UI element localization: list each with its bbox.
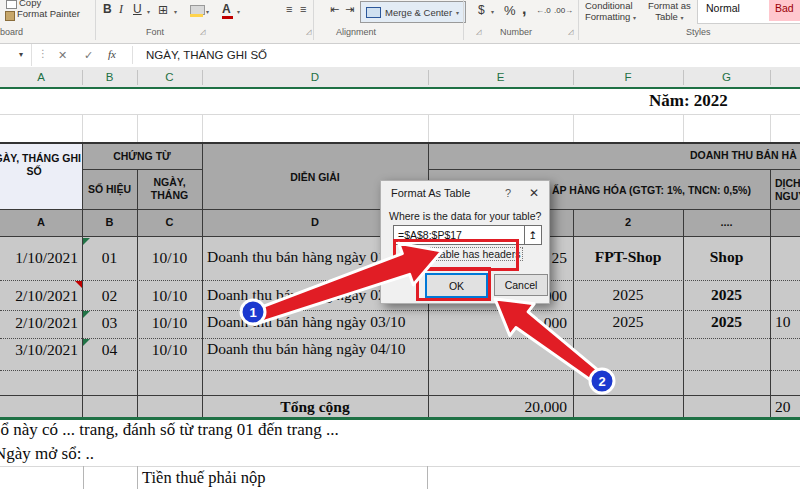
range-select-icon[interactable]: ↥	[524, 225, 542, 245]
table-col-label-g[interactable]: ....	[683, 216, 770, 228]
cell-b-row4[interactable]: 04	[82, 341, 137, 359]
cell-c-row3[interactable]: 10/10	[137, 314, 202, 332]
cell-g-row1[interactable]: Shop	[683, 248, 770, 266]
formula-bar-more-icon[interactable]: ⋮	[38, 48, 48, 59]
font-color-icon[interactable]: A	[222, 2, 231, 16]
cell-d-row4[interactable]: Doanh thu bán hàng ngày 04/10	[207, 340, 405, 358]
cell-h-row3[interactable]: 10	[775, 313, 791, 331]
merge-center-button[interactable]: Merge & Center ▾	[360, 1, 466, 23]
close-icon[interactable]: ✕	[529, 186, 539, 200]
column-header-B[interactable]: B	[82, 71, 137, 83]
borders-dropdown-icon[interactable]: ▾	[174, 8, 177, 15]
alignment-dialog-launcher[interactable]: ◿	[476, 28, 481, 36]
cell-b-row2[interactable]: 02	[82, 287, 137, 305]
column-divider[interactable]	[770, 70, 771, 85]
number-dialog-launcher[interactable]: ◿	[568, 28, 573, 36]
column-header-F[interactable]: F	[573, 71, 683, 83]
table-col-label-a[interactable]: A	[0, 216, 82, 228]
cancel-entry-icon[interactable]: ✕	[58, 49, 67, 62]
cell-b-row1[interactable]: 01	[82, 249, 137, 267]
column-divider[interactable]	[683, 70, 684, 85]
font-color-dropdown-icon[interactable]: ▾	[237, 8, 240, 15]
confirm-entry-icon[interactable]: ✓	[84, 49, 93, 62]
italic-button[interactable]: I	[119, 2, 123, 17]
table-col-label-f[interactable]: 2	[573, 216, 683, 228]
format-painter-button[interactable]: Format Painter	[17, 8, 80, 19]
insert-function-icon[interactable]: fx	[108, 48, 116, 60]
cell-a-row2[interactable]: 2/10/2021	[0, 287, 78, 305]
cell-b-row3[interactable]: 03	[82, 314, 137, 332]
increase-indent-icon[interactable]: ⇥	[345, 3, 354, 16]
cell-e-row3[interactable]: 0,000	[430, 314, 567, 332]
footer-line3-cell[interactable]: Tiền thuế phải nộp	[142, 468, 266, 488]
borders-icon[interactable]: ⊞	[158, 3, 168, 17]
help-icon[interactable]: ?	[505, 187, 511, 199]
conditional-formatting-line1: Conditional	[585, 0, 636, 11]
column-header-D[interactable]: D	[202, 71, 428, 83]
conditional-formatting-button[interactable]: Conditional Formatting ▾	[585, 0, 636, 22]
header-cell-chung-tu[interactable]: CHỨNG TỪ	[82, 150, 202, 163]
cell-c-row4[interactable]: 10/10	[137, 341, 202, 359]
header-cell-dich-vu[interactable]: DỊCH NGUY	[775, 177, 800, 203]
total-e-cell[interactable]: 20,000	[430, 398, 567, 416]
currency-dropdown-icon[interactable]: ▾	[491, 8, 494, 15]
cell-a-row3[interactable]: 2/10/2021	[0, 314, 78, 332]
name-box-dropdown-icon[interactable]: ▾	[19, 50, 23, 59]
total-h-cell[interactable]: 20	[775, 398, 791, 416]
column-header-E[interactable]: E	[428, 71, 573, 83]
column-header-C[interactable]: C	[137, 71, 202, 83]
comma-style-icon[interactable]: ,	[522, 0, 526, 18]
cell-e-row4[interactable]: 00	[430, 341, 567, 359]
table-col-label-c[interactable]: C	[137, 216, 202, 228]
underline-button[interactable]: U	[133, 2, 142, 16]
column-divider[interactable]	[137, 70, 138, 85]
clipboard-dialog-launcher[interactable]: ◿	[200, 28, 205, 36]
increase-decimal-icon[interactable]: ←.0	[536, 6, 551, 15]
cell-a-row1[interactable]: 1/10/2021	[0, 249, 78, 267]
cell-g-row2[interactable]: 2025	[683, 286, 770, 304]
align-left-icon[interactable]: ≡	[286, 3, 292, 15]
cell-d-row3[interactable]: Doanh thu bán hàng ngày 03/10	[207, 313, 405, 331]
cell-c-row2[interactable]: 10/10	[137, 287, 202, 305]
header-cell-ngay-thang-ghi-so[interactable]: NGÀY, THÁNG GHI SỐ	[0, 152, 86, 178]
column-divider[interactable]	[82, 70, 83, 85]
column-divider[interactable]	[428, 70, 429, 85]
cell-f-row1[interactable]: FPT-Shop	[573, 248, 683, 266]
cell-a-row4[interactable]: 3/10/2021	[0, 341, 78, 359]
header-cell-ngay-thang[interactable]: NGÀY, THÁNG	[137, 176, 202, 202]
table-col-label-b[interactable]: B	[82, 216, 137, 228]
cell-d-row2[interactable]: Doanh thu bán hàng ngày 02/10	[207, 286, 405, 304]
cell-d-row1[interactable]: Doanh thu bán hàng ngày 01/10	[207, 248, 405, 266]
cell-f-row2[interactable]: 2025	[573, 286, 683, 304]
header-cell-doanh-thu[interactable]: DOANH THU BÁN HÀ	[690, 149, 797, 162]
cell-c-row1[interactable]: 10/10	[137, 249, 202, 267]
formula-bar-input[interactable]: NGÀY, THÁNG GHI SỐ	[146, 49, 267, 61]
column-header-G[interactable]: G	[683, 71, 770, 83]
align-center-icon[interactable]: ≡	[300, 3, 306, 15]
underline-dropdown-icon[interactable]: ▾	[147, 8, 150, 15]
font-dialog-launcher[interactable]: ◿	[306, 28, 311, 36]
column-header-A[interactable]: A	[0, 71, 82, 83]
footer-line1-cell[interactable]: Sổ này có ... trang, đánh số từ trang 01…	[0, 420, 339, 440]
fill-color-dropdown-icon[interactable]: ▾	[206, 8, 209, 15]
currency-icon[interactable]: $	[478, 3, 485, 17]
name-box[interactable]	[0, 44, 32, 66]
header-cell-cap-hang-hoa[interactable]: ẤP HÀNG HÓA (GTGT: 1%, TNCN: 0,5%)	[552, 184, 751, 197]
format-as-table-button[interactable]: Format as Table ▾	[648, 0, 691, 22]
column-divider[interactable]	[202, 70, 203, 85]
year-cell[interactable]: Năm: 2022	[649, 91, 728, 111]
decrease-decimal-icon[interactable]: .00→	[554, 6, 573, 15]
grid-line	[770, 114, 771, 143]
cell-f-row3[interactable]: 2025	[573, 313, 683, 331]
footer-line2-cell[interactable]: Ngày mở sổ: ..	[0, 444, 94, 464]
decrease-indent-icon[interactable]: ⇤	[330, 3, 339, 16]
header-cell-so-hieu[interactable]: SỐ HIỆU	[82, 183, 137, 196]
percent-style-icon[interactable]: %	[504, 3, 516, 18]
cancel-button[interactable]: Cancel	[494, 274, 548, 296]
column-divider[interactable]	[573, 70, 574, 85]
total-label-cell[interactable]: Tổng cộng	[202, 398, 428, 416]
copy-button[interactable]: Copy	[19, 0, 41, 8]
cell-g-row3[interactable]: 2025	[683, 313, 770, 331]
bold-button[interactable]: B	[103, 2, 112, 16]
style-normal[interactable]: Normal	[706, 2, 740, 14]
